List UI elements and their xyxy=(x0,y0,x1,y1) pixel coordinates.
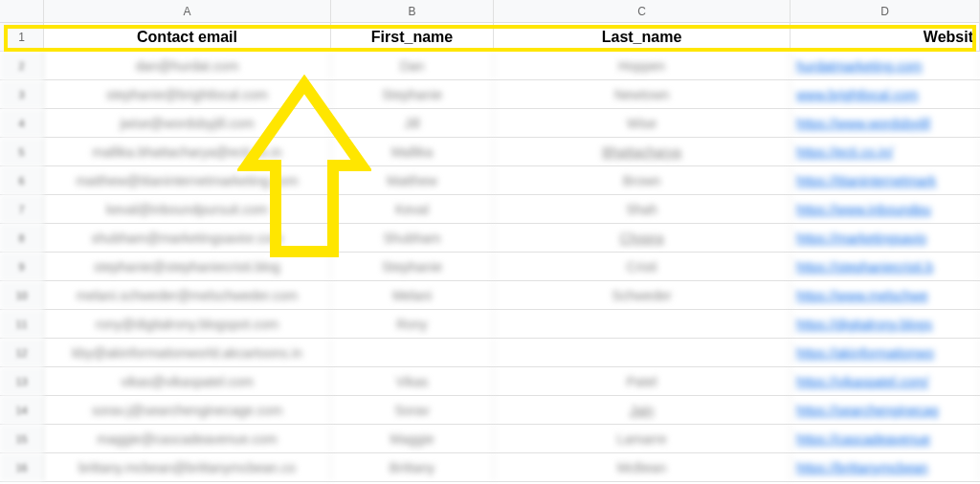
cell-last-name[interactable]: Jain xyxy=(494,396,791,424)
cell-contact-email[interactable]: matthew@titaninternetmarketing.com xyxy=(44,166,331,194)
cell-contact-email[interactable]: stephanie@stephaniecristi.blog xyxy=(44,253,331,280)
cell-contact-email[interactable]: stephanie@brightlocal.com xyxy=(44,80,331,108)
cell-contact-email[interactable]: melani.schweder@melschweder.com xyxy=(44,281,331,309)
cell-website[interactable]: https://stephaniecristi.b xyxy=(791,253,980,280)
table-row: 11rony@digitalrony.blogspot.comRonyhttps… xyxy=(0,310,980,339)
table-row: 5mallika.bhattacharya@ecti.co.inMallikaB… xyxy=(0,138,980,166)
cell-website[interactable]: https://cascadeavenue xyxy=(791,425,980,452)
cell-last-name[interactable]: Patel xyxy=(494,367,791,395)
cell-first-name[interactable]: Rony xyxy=(331,310,494,338)
cell-website[interactable]: https://ecti.co.in/ xyxy=(791,138,980,165)
cell-website[interactable]: hurdatmarketing.com xyxy=(791,52,980,79)
cell-first-name[interactable]: Stephanie xyxy=(331,80,494,108)
row-number[interactable]: 10 xyxy=(0,281,44,309)
row-number-1[interactable]: 1 xyxy=(0,23,44,51)
row-number[interactable]: 11 xyxy=(0,310,44,338)
row-number[interactable]: 15 xyxy=(0,425,44,452)
row-number[interactable]: 4 xyxy=(0,109,44,137)
cell-contact-email[interactable]: mallika.bhattacharya@ecti.co.in xyxy=(44,138,331,165)
table-row: 3stephanie@brightlocal.comStephanieNewto… xyxy=(0,80,980,109)
cell-last-name[interactable]: Bhattacharya xyxy=(494,138,791,165)
header-website[interactable]: Websit xyxy=(791,23,980,51)
row-number[interactable]: 8 xyxy=(0,224,44,252)
header-first-name[interactable]: First_name xyxy=(331,23,494,51)
cell-last-name[interactable]: Cristi xyxy=(494,253,791,280)
cell-website[interactable]: https://www.inboundpu xyxy=(791,195,980,223)
table-row: 7keval@inboundpursuit.comKevalShahhttps:… xyxy=(0,195,980,224)
cell-last-name[interactable]: Newtown xyxy=(494,80,791,108)
cell-first-name[interactable]: Shubham xyxy=(331,224,494,252)
column-headers-row: A B C D xyxy=(0,0,980,23)
cell-contact-email[interactable]: jwise@wordsbyjill.com xyxy=(44,109,331,137)
header-row: 1 Contact email First_name Last_name Web… xyxy=(0,23,980,52)
cell-last-name[interactable] xyxy=(494,339,791,366)
select-all-corner[interactable] xyxy=(0,0,44,23)
spreadsheet: A B C D 1 Contact email First_name Last_… xyxy=(0,0,980,482)
cell-contact-email[interactable]: kby@akinformationworld.akcartoons.in xyxy=(44,339,331,366)
cell-first-name[interactable]: Dan xyxy=(331,52,494,79)
header-contact-email[interactable]: Contact email xyxy=(44,23,331,51)
cell-first-name[interactable]: Mallika xyxy=(331,138,494,165)
cell-contact-email[interactable]: rony@digitalrony.blogspot.com xyxy=(44,310,331,338)
row-number[interactable]: 16 xyxy=(0,453,44,481)
column-header-B[interactable]: B xyxy=(331,0,494,23)
cell-website[interactable]: https://marketingsavio xyxy=(791,224,980,252)
row-number[interactable]: 6 xyxy=(0,166,44,194)
row-number[interactable]: 5 xyxy=(0,138,44,165)
table-row: 12kby@akinformationworld.akcartoons.inht… xyxy=(0,339,980,367)
cell-contact-email[interactable]: maggie@cascadeavenue.com xyxy=(44,425,331,452)
table-row: 10melani.schweder@melschweder.comMelaniS… xyxy=(0,281,980,310)
row-number[interactable]: 14 xyxy=(0,396,44,424)
cell-first-name[interactable] xyxy=(331,339,494,366)
cell-website[interactable]: https://searchenginecag xyxy=(791,396,980,424)
cell-contact-email[interactable]: shubham@marketingsavior.com xyxy=(44,224,331,252)
cell-first-name[interactable]: Jill xyxy=(331,109,494,137)
cell-contact-email[interactable]: brittany.mcbean@brittanymcbean.co xyxy=(44,453,331,481)
cell-last-name[interactable]: Hoppen xyxy=(494,52,791,79)
cell-contact-email[interactable]: dan@hurdat.com xyxy=(44,52,331,79)
cell-last-name[interactable] xyxy=(494,310,791,338)
cell-first-name[interactable]: Melani xyxy=(331,281,494,309)
row-number[interactable]: 9 xyxy=(0,253,44,280)
cell-website[interactable]: https://vikaspatel.com/ xyxy=(791,367,980,395)
row-number[interactable]: 12 xyxy=(0,339,44,366)
cell-last-name[interactable]: McBean xyxy=(494,453,791,481)
cell-last-name[interactable]: Wise xyxy=(494,109,791,137)
cell-contact-email[interactable]: vikas@vikaspatel.com xyxy=(44,367,331,395)
cell-website[interactable]: https://www.melschwe xyxy=(791,281,980,309)
row-number[interactable]: 2 xyxy=(0,52,44,79)
cell-first-name[interactable]: Keval xyxy=(331,195,494,223)
cell-first-name[interactable]: Sorav xyxy=(331,396,494,424)
cell-first-name[interactable]: Vikas xyxy=(331,367,494,395)
cell-last-name[interactable]: Chopra xyxy=(494,224,791,252)
column-header-A[interactable]: A xyxy=(44,0,331,23)
cell-website[interactable]: www.brightlocal.com xyxy=(791,80,980,108)
cell-first-name[interactable]: Maggie xyxy=(331,425,494,452)
cell-first-name[interactable]: Brittany xyxy=(331,453,494,481)
cell-first-name[interactable]: Stephanie xyxy=(331,253,494,280)
table-row: 14sorav.j@searchenginecage.comSoravJainh… xyxy=(0,396,980,425)
row-number[interactable]: 13 xyxy=(0,367,44,395)
cell-website[interactable]: https://digitalrony.blogs xyxy=(791,310,980,338)
cell-website[interactable]: https://brittanymcbean xyxy=(791,453,980,481)
header-last-name[interactable]: Last_name xyxy=(494,23,791,51)
table-row: 8shubham@marketingsavior.comShubhamChopr… xyxy=(0,224,980,253)
cell-last-name[interactable]: Schweder xyxy=(494,281,791,309)
cell-website[interactable]: https://www.wordsbyjill xyxy=(791,109,980,137)
column-header-C[interactable]: C xyxy=(494,0,791,23)
table-row: 16brittany.mcbean@brittanymcbean.coBritt… xyxy=(0,453,980,482)
cell-website[interactable]: https://akinformationwo xyxy=(791,339,980,366)
cell-website[interactable]: https://titaninternetmark xyxy=(791,166,980,194)
cell-contact-email[interactable]: sorav.j@searchenginecage.com xyxy=(44,396,331,424)
cell-first-name[interactable]: Matthew xyxy=(331,166,494,194)
table-row: 9stephanie@stephaniecristi.blogStephanie… xyxy=(0,253,980,281)
table-row: 4jwise@wordsbyjill.comJillWisehttps://ww… xyxy=(0,109,980,138)
cell-last-name[interactable]: Brown xyxy=(494,166,791,194)
column-header-D[interactable]: D xyxy=(791,0,980,23)
row-number[interactable]: 7 xyxy=(0,195,44,223)
table-row: 15maggie@cascadeavenue.comMaggieLamarreh… xyxy=(0,425,980,453)
row-number[interactable]: 3 xyxy=(0,80,44,108)
cell-last-name[interactable]: Lamarre xyxy=(494,425,791,452)
cell-last-name[interactable]: Shah xyxy=(494,195,791,223)
cell-contact-email[interactable]: keval@inboundpursuit.com xyxy=(44,195,331,223)
